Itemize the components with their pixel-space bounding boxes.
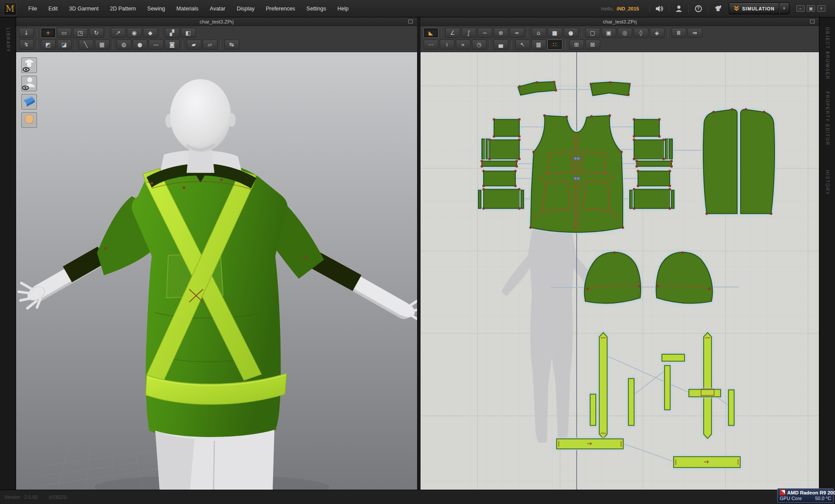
auto-sewing-tool[interactable]: ◷ <box>472 40 487 50</box>
transform-pattern-3d-tool[interactable]: ◳ <box>73 28 88 38</box>
flatten-tool[interactable]: ▄ <box>494 40 508 50</box>
library-tab[interactable]: LIBRARY <box>6 28 10 53</box>
mesh-tool[interactable]: ⊞ <box>569 40 584 50</box>
dart-tool[interactable]: ◊ <box>634 28 648 38</box>
sewing-edit-3d-tool[interactable]: ╲ <box>79 40 94 50</box>
stitch-tool[interactable]: — <box>149 40 164 50</box>
polygon-tool[interactable]: ⌂ <box>531 28 546 38</box>
simulation-button[interactable]: SIMULATION ▼ <box>729 3 789 14</box>
button-lock-tool[interactable]: ◙ <box>165 40 180 50</box>
mn-sewing-tool[interactable]: ∝ <box>456 40 471 50</box>
fold-arrangement-tool[interactable]: ▞ <box>165 28 180 38</box>
button-place-tool[interactable]: ◍ <box>117 40 131 50</box>
viewport-3d-canvas[interactable] <box>16 52 417 490</box>
viewport-3d[interactable] <box>16 52 417 490</box>
panel-2d-title: char_test3.ZPrj <box>603 19 637 24</box>
undock-icon[interactable] <box>408 20 413 23</box>
show-skin-button[interactable] <box>21 112 37 128</box>
account-button[interactable] <box>673 3 685 14</box>
arrangement-plane-tool[interactable]: ▰ <box>187 40 201 50</box>
menu-file[interactable]: File <box>23 0 43 17</box>
rectangle-tool[interactable]: ■ <box>548 28 562 38</box>
transform-pattern-3d-tool-icon: ◳ <box>77 30 83 36</box>
garment-drag-tool[interactable]: ◩ <box>41 40 56 50</box>
history-tab[interactable]: HISTORY <box>825 170 830 195</box>
menu-materials[interactable]: Materials <box>171 0 204 17</box>
trace-tool-icon: ◈ <box>655 30 659 36</box>
property-editor-tab[interactable]: PROPERTY EDITOR <box>825 91 830 146</box>
internal-circle-tool[interactable]: ◎ <box>618 28 632 38</box>
edit-pin-tool[interactable]: ↗ <box>111 28 126 38</box>
toolbar-separator <box>441 28 442 37</box>
edit-pattern-tool[interactable]: ∠ <box>445 28 460 38</box>
pin-2d-tool[interactable]: ↖ <box>515 40 530 50</box>
sound-button[interactable] <box>654 3 665 14</box>
circle-tool[interactable]: ● <box>564 28 578 38</box>
button-tool[interactable]: ● <box>133 40 147 50</box>
menu-help[interactable]: Help <box>332 0 354 17</box>
add-garment-button[interactable] <box>712 3 724 14</box>
minimize-button[interactable]: – <box>796 5 805 12</box>
pattern-point <box>518 207 521 210</box>
attach-pin-tool[interactable]: ◆ <box>143 28 158 38</box>
reset-arrangement-tool[interactable]: ◧ <box>181 28 196 38</box>
pattern-point <box>668 184 671 187</box>
menu-settings[interactable]: Settings <box>301 0 332 17</box>
segment-sewing-tool[interactable]: ⋯ <box>424 40 438 50</box>
pleats-tool[interactable]: Ⅲ <box>671 28 686 38</box>
add-point-tool[interactable]: ⊕ <box>494 28 508 38</box>
menu-edit[interactable]: Edit <box>43 0 63 17</box>
panel-splitter[interactable] <box>417 17 421 490</box>
username-text[interactable]: iND_2015 <box>617 6 639 11</box>
close-button[interactable]: × <box>817 5 825 12</box>
spacing-tool[interactable]: ↹ <box>224 40 239 50</box>
edit-curve-point-tool-icon: ∼ <box>482 30 487 36</box>
object-browser-tab[interactable]: OBJECT BROWSER <box>825 27 830 80</box>
pattern-point <box>662 158 665 160</box>
show-fabric-button[interactable] <box>21 94 37 110</box>
move-tool[interactable]: + <box>41 28 56 38</box>
transform-pattern-tool[interactable]: ◣ <box>424 28 438 38</box>
viewport-2d[interactable] <box>421 52 819 490</box>
rotate-gizmo-tool[interactable]: ↻ <box>89 28 104 38</box>
dart-tool-icon: ◊ <box>639 30 642 36</box>
menu-avatar[interactable]: Avatar <box>204 0 231 17</box>
plane-tool[interactable]: ▱ <box>203 40 217 50</box>
menu-preferences[interactable]: Preferences <box>260 0 301 17</box>
panel-3d-tabbar[interactable]: char_test3.ZPrj <box>16 17 417 26</box>
show-garment-button[interactable] <box>21 57 37 73</box>
menu-2d-pattern[interactable]: 2D Pattern <box>104 0 142 17</box>
show-avatar-button[interactable] <box>21 76 37 91</box>
texture-2d-tool[interactable]: ▦ <box>531 40 546 50</box>
pleats-sewing-tool[interactable]: ⇛ <box>688 28 702 38</box>
sync-arrow-tool[interactable]: ↓ <box>19 28 34 38</box>
help-button[interactable]: ? <box>693 3 704 14</box>
undock-icon[interactable] <box>810 20 815 23</box>
garment-style-tool[interactable]: ◪ <box>57 40 72 50</box>
spacing-tool-icon: ↹ <box>229 42 234 47</box>
internal-polygon-tool[interactable]: ▢ <box>585 28 600 38</box>
edit-pin-tool-icon: ↗ <box>116 30 120 36</box>
divider <box>708 5 708 13</box>
pin-tool[interactable]: ◉ <box>127 28 142 38</box>
box-select-tool[interactable]: ▭ <box>57 28 72 38</box>
panel-2d-tabbar[interactable]: char_test3.ZPrj <box>421 17 819 26</box>
show-sewing-tool[interactable]: ∷ <box>548 40 562 50</box>
internal-rectangle-tool[interactable]: ▣ <box>601 28 616 38</box>
simulation-dropdown[interactable]: ▼ <box>779 3 789 14</box>
viewport-2d-canvas[interactable] <box>421 52 819 490</box>
avatar-move-tool[interactable]: ↯ <box>19 40 34 50</box>
free-sewing-tool[interactable]: ≀ <box>440 40 454 50</box>
trace-tool[interactable]: ◈ <box>650 28 665 38</box>
status-bar: Version : 2.5.92 (r23021) <box>0 490 835 504</box>
app-logo[interactable]: M <box>3 2 17 15</box>
edit-contour-tool[interactable]: ≈ <box>510 28 524 38</box>
menu-3d-garment[interactable]: 3D Garment <box>63 0 104 17</box>
menu-sewing[interactable]: Sewing <box>142 0 171 17</box>
auto-mesh-tool[interactable]: ⊠ <box>585 40 600 50</box>
restore-button[interactable]: ▣ <box>807 5 815 12</box>
edit-curve-point-tool[interactable]: ∼ <box>478 28 492 38</box>
edit-curvature-tool[interactable]: ∫ <box>461 28 476 38</box>
texture-view-tool[interactable]: ▦ <box>95 40 110 50</box>
menu-display[interactable]: Display <box>231 0 260 17</box>
